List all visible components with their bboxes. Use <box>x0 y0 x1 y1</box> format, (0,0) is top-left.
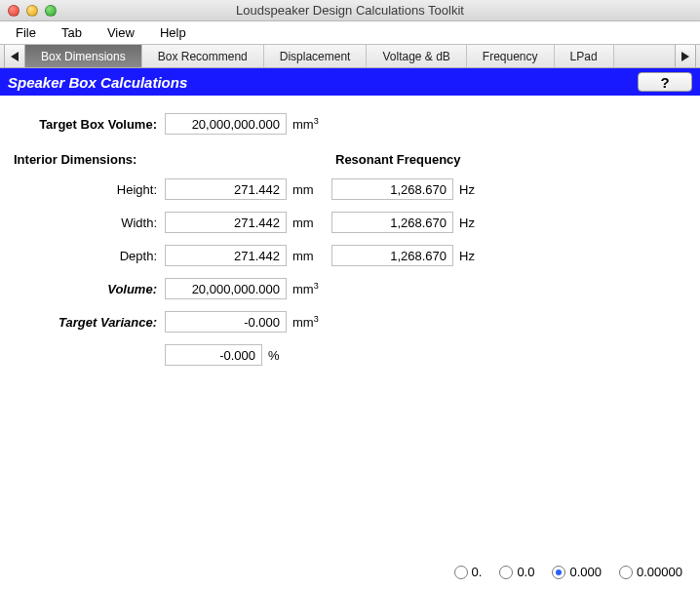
label-target-variance: Target Variance: <box>14 315 165 330</box>
window-controls <box>0 5 57 17</box>
zoom-icon[interactable] <box>45 5 57 17</box>
input-target-variance[interactable] <box>165 311 287 333</box>
unit-hz: Hz <box>453 216 492 230</box>
radio-icon <box>619 566 633 579</box>
tab-frequency[interactable]: Frequency <box>467 45 555 67</box>
precision-label: 0. <box>472 565 483 579</box>
chevron-right-icon <box>681 52 689 61</box>
unit-mm: mm <box>287 216 326 230</box>
precision-bar: 0. 0.0 0.000 0.00000 <box>454 565 682 579</box>
precision-option-0[interactable]: 0. <box>454 565 483 579</box>
input-target-variance-pct[interactable] <box>165 344 262 366</box>
radio-icon <box>499 566 513 579</box>
precision-option-3[interactable]: 0.00000 <box>619 565 682 579</box>
label-height: Height: <box>14 182 165 197</box>
input-target-box-volume[interactable] <box>165 113 287 135</box>
input-rf-height[interactable] <box>331 178 453 200</box>
section-header: Speaker Box Calculations ? <box>0 68 700 96</box>
precision-label: 0.0 <box>517 565 534 579</box>
label-target-box-volume: Target Box Volume: <box>14 117 165 132</box>
menu-file[interactable]: File <box>4 22 48 43</box>
tab-box-recommend[interactable]: Box Recommend <box>142 45 264 67</box>
unit-mm3: mm3 <box>287 116 326 132</box>
section-title: Speaker Box Calculations <box>8 74 187 91</box>
menu-view[interactable]: View <box>96 22 146 43</box>
svg-marker-1 <box>681 52 689 61</box>
label-depth: Depth: <box>14 249 165 263</box>
unit-hz: Hz <box>453 182 492 197</box>
help-button[interactable]: ? <box>638 72 692 92</box>
tabs: Box Dimensions Box Recommend Displacemen… <box>25 45 675 67</box>
precision-option-1[interactable]: 0.0 <box>499 565 534 579</box>
label-width: Width: <box>14 216 165 230</box>
input-width[interactable] <box>165 212 287 233</box>
radio-icon <box>454 566 468 579</box>
unit-percent: % <box>262 348 301 363</box>
svg-marker-0 <box>11 52 19 61</box>
content-area: Target Box Volume: mm3 Interior Dimensio… <box>0 96 700 383</box>
window-title: Loudspeaker Design Calculations Toolkit <box>0 3 700 18</box>
tab-voltage-db[interactable]: Voltage & dB <box>367 45 466 67</box>
label-interior-dimensions: Interior Dimensions: <box>14 152 335 167</box>
precision-option-2[interactable]: 0.000 <box>552 565 602 579</box>
unit-mm: mm <box>287 182 326 197</box>
unit-mm3: mm3 <box>287 314 326 330</box>
menu-help[interactable]: Help <box>148 22 198 43</box>
tab-lpad[interactable]: LPad <box>555 45 614 67</box>
unit-hz: Hz <box>453 249 492 263</box>
label-volume: Volume: <box>14 282 165 296</box>
input-height[interactable] <box>165 178 287 200</box>
titlebar: Loudspeaker Design Calculations Toolkit <box>0 0 700 21</box>
chevron-left-icon <box>11 52 19 61</box>
radio-icon <box>552 566 565 579</box>
tab-box-dimensions[interactable]: Box Dimensions <box>25 45 142 67</box>
input-rf-depth[interactable] <box>331 245 453 266</box>
input-volume[interactable] <box>165 278 287 299</box>
menubar: File Tab View Help <box>0 21 700 45</box>
precision-label: 0.00000 <box>637 565 682 579</box>
input-depth[interactable] <box>165 245 287 266</box>
unit-mm3: mm3 <box>287 281 326 296</box>
close-icon[interactable] <box>8 5 19 17</box>
tab-scroll-left[interactable] <box>4 45 25 67</box>
menu-tab[interactable]: Tab <box>50 22 94 43</box>
unit-mm: mm <box>287 249 326 263</box>
label-resonant-frequency: Resonant Frequency <box>335 152 461 167</box>
tab-displacement[interactable]: Displacement <box>264 45 368 67</box>
tabbar: Box Dimensions Box Recommend Displacemen… <box>0 45 700 68</box>
precision-label: 0.000 <box>569 565 602 579</box>
input-rf-width[interactable] <box>331 212 453 233</box>
minimize-icon[interactable] <box>26 5 38 17</box>
tab-scroll-right[interactable] <box>675 45 696 67</box>
